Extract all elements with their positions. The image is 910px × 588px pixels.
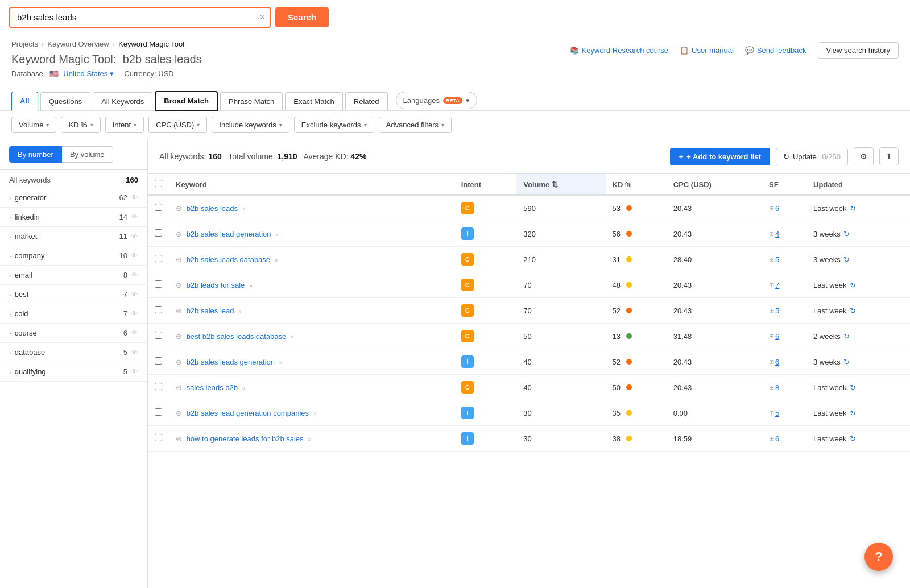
refresh-icon: ↻ [783, 152, 789, 161]
keyword-link[interactable]: b2b sales leads generation [187, 358, 275, 366]
list-item[interactable]: › best 7 👁 [0, 285, 147, 304]
research-course-link[interactable]: 📚 Keyword Research course [570, 46, 668, 55]
keyword-link[interactable]: how to generate leads for b2b sales [187, 434, 304, 443]
send-feedback-link[interactable]: 💬 Send feedback [745, 46, 806, 55]
tab-broad-match[interactable]: Broad Match [155, 91, 218, 111]
keyword-link[interactable]: best b2b sales leads database [187, 332, 287, 341]
refresh-icon[interactable]: ↻ [850, 434, 856, 443]
sidebar: By number By volume All keywords 160 › g… [0, 139, 148, 588]
sf-value[interactable]: 5 [775, 255, 779, 264]
exclude-keywords-filter[interactable]: Exclude keywords ▾ [294, 117, 374, 133]
sf-value[interactable]: 8 [775, 383, 779, 392]
sf-value[interactable]: 6 [775, 204, 779, 213]
advanced-filters-filter[interactable]: Advanced filters ▾ [379, 117, 452, 133]
row-checkbox[interactable] [155, 332, 162, 339]
tab-all[interactable]: All [11, 92, 38, 111]
eye-icon[interactable]: 👁 [131, 271, 138, 279]
breadcrumb-keyword-overview[interactable]: Keyword Overview [47, 40, 109, 48]
eye-icon[interactable]: 👁 [131, 232, 138, 241]
sf-value[interactable]: 6 [775, 332, 779, 341]
eye-icon[interactable]: 👁 [131, 309, 138, 318]
col-volume[interactable]: Volume ⇅ [516, 174, 605, 195]
tab-exact-match[interactable]: Exact Match [285, 92, 343, 110]
row-checkbox[interactable] [155, 255, 162, 262]
tab-questions[interactable]: Questions [40, 92, 91, 110]
breadcrumb-projects[interactable]: Projects [11, 40, 38, 48]
row-checkbox[interactable] [155, 229, 162, 237]
row-checkbox[interactable] [155, 434, 162, 441]
refresh-icon[interactable]: ↻ [843, 358, 850, 366]
sf-value[interactable]: 7 [775, 281, 779, 289]
list-item[interactable]: › market 11 👁 [0, 227, 147, 246]
chevron-down-icon: ▾ [466, 96, 470, 105]
export-button[interactable]: ⬆ [879, 147, 899, 165]
search-button[interactable]: Search [275, 7, 329, 27]
add-to-keyword-list-button[interactable]: + + Add to keyword list [670, 148, 770, 165]
list-item[interactable]: › generator 62 👁 [0, 188, 147, 208]
keyword-link[interactable]: b2b leads for sale [187, 281, 245, 289]
search-input[interactable] [9, 7, 271, 28]
refresh-icon[interactable]: ↻ [850, 204, 856, 213]
keyword-link[interactable]: sales leads b2b [187, 383, 238, 392]
refresh-icon[interactable]: ↻ [850, 281, 856, 289]
intent-badge: C [461, 253, 474, 266]
eye-icon[interactable]: 👁 [131, 213, 138, 221]
list-item[interactable]: › email 8 👁 [0, 266, 147, 285]
list-item[interactable]: › company 10 👁 [0, 246, 147, 266]
sf-value[interactable]: 5 [775, 409, 779, 417]
select-all-checkbox[interactable] [155, 180, 162, 187]
eye-icon[interactable]: 👁 [131, 290, 138, 299]
eye-icon[interactable]: 👁 [131, 348, 138, 357]
row-checkbox[interactable] [155, 280, 162, 288]
by-number-button[interactable]: By number [9, 146, 62, 163]
table-row: ⊕ b2b leads for sale » C 70 48 20.43 ⊞ 7… [148, 272, 910, 298]
row-checkbox[interactable] [155, 306, 162, 313]
kd-filter[interactable]: KD % ▾ [61, 117, 100, 133]
database-link[interactable]: United States ▾ [63, 69, 114, 78]
refresh-icon[interactable]: ↻ [843, 230, 850, 238]
help-button[interactable]: ? [864, 543, 893, 571]
sf-value[interactable]: 6 [775, 358, 779, 366]
keyword-link[interactable]: b2b sales lead generation [187, 230, 271, 238]
clear-button[interactable]: × [260, 13, 265, 22]
languages-button[interactable]: Languages beta ▾ [396, 92, 477, 109]
intent-filter[interactable]: Intent ▾ [105, 117, 144, 133]
sf-value[interactable]: 6 [775, 434, 779, 443]
eye-icon[interactable]: 👁 [131, 329, 138, 337]
row-checkbox[interactable] [155, 408, 162, 416]
list-item[interactable]: › qualifying 5 👁 [0, 362, 147, 382]
updated-text: Last week [813, 383, 847, 392]
list-item[interactable]: › course 6 👁 [0, 324, 147, 343]
keyword-link[interactable]: b2b sales lead [187, 307, 234, 315]
cpc-filter[interactable]: CPC (USD) ▾ [148, 117, 207, 133]
tab-related[interactable]: Related [345, 92, 388, 110]
include-keywords-filter[interactable]: Include keywords ▾ [212, 117, 289, 133]
eye-icon[interactable]: 👁 [131, 367, 138, 376]
row-checkbox[interactable] [155, 383, 162, 390]
keyword-link[interactable]: b2b sales leads database [187, 255, 270, 264]
refresh-icon[interactable]: ↻ [843, 255, 850, 264]
refresh-icon[interactable]: ↻ [843, 332, 850, 341]
keyword-link[interactable]: b2b sales lead generation companies [187, 409, 309, 417]
keyword-link[interactable]: b2b sales leads [187, 204, 238, 213]
sf-value[interactable]: 5 [775, 307, 779, 315]
list-item[interactable]: › linkedin 14 👁 [0, 208, 147, 227]
sf-value[interactable]: 4 [775, 230, 779, 238]
settings-button[interactable]: ⚙ [854, 147, 874, 165]
list-item[interactable]: › cold 7 👁 [0, 304, 147, 324]
user-manual-link[interactable]: 📋 User manual [680, 46, 734, 55]
update-button[interactable]: ↻ Update 0/250 [776, 148, 848, 165]
list-item[interactable]: › database 5 👁 [0, 343, 147, 362]
eye-icon[interactable]: 👁 [131, 251, 138, 260]
tab-all-keywords[interactable]: All Keywords [93, 92, 152, 110]
view-history-button[interactable]: View search history [818, 42, 899, 59]
volume-filter[interactable]: Volume ▾ [11, 117, 56, 133]
row-checkbox[interactable] [155, 204, 162, 211]
by-volume-button[interactable]: By volume [62, 146, 113, 163]
eye-icon[interactable]: 👁 [131, 193, 138, 202]
refresh-icon[interactable]: ↻ [850, 409, 856, 417]
refresh-icon[interactable]: ↻ [850, 307, 856, 315]
tab-phrase-match[interactable]: Phrase Match [220, 92, 283, 110]
row-checkbox[interactable] [155, 357, 162, 365]
refresh-icon[interactable]: ↻ [850, 383, 856, 392]
